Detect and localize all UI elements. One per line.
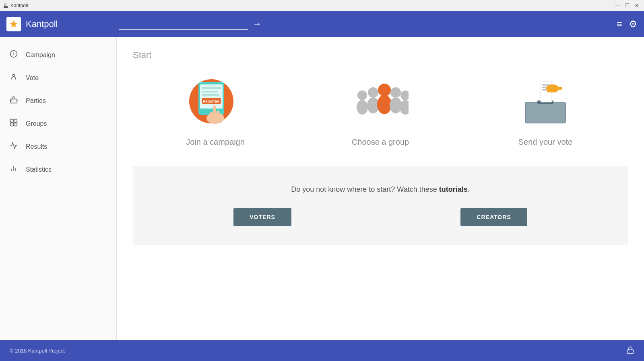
choose-group-label: Choose a group bbox=[352, 137, 409, 147]
svg-text:REGISTER: REGISTER bbox=[203, 100, 220, 103]
brand-name: Kantpoll bbox=[26, 19, 58, 29]
footer-copyright: © 2018 Kantpoll Project bbox=[10, 348, 65, 354]
results-icon bbox=[10, 142, 18, 152]
sidebar-label-vote: Vote bbox=[26, 74, 39, 82]
tutorial-text-suffix: . bbox=[468, 185, 470, 193]
sidebar-label-campaign: Campaign bbox=[26, 51, 55, 59]
svg-rect-8 bbox=[10, 119, 14, 123]
svg-rect-38 bbox=[525, 102, 566, 123]
sidebar-item-groups[interactable]: Groups bbox=[0, 112, 116, 135]
page-title: Start bbox=[133, 50, 628, 60]
svg-rect-18 bbox=[202, 87, 221, 89]
svg-marker-0 bbox=[10, 20, 18, 28]
title-bar-left: 🗳 Kantpoll bbox=[3, 3, 28, 8]
content-area: Start bbox=[117, 37, 644, 340]
send-vote-label: Send your vote bbox=[518, 137, 573, 147]
header-right: ≡ ⚙ bbox=[617, 18, 638, 30]
header: Kantpoll → ≡ ⚙ bbox=[0, 11, 644, 37]
search-arrow-icon[interactable]: → bbox=[253, 19, 262, 29]
sidebar-item-vote[interactable]: Vote bbox=[0, 66, 116, 89]
sidebar-item-statistics[interactable]: Statistics bbox=[0, 158, 116, 181]
header-search-area: → bbox=[119, 18, 617, 30]
svg-point-28 bbox=[357, 90, 367, 100]
groups-icon bbox=[10, 119, 18, 129]
svg-rect-46 bbox=[550, 84, 553, 92]
header-brand: Kantpoll bbox=[6, 17, 119, 31]
join-campaign-illustration: REGISTER bbox=[187, 73, 244, 129]
svg-rect-20 bbox=[202, 94, 219, 96]
app-title-icon: 🗳 bbox=[3, 3, 8, 8]
tutorial-buttons: VOTERS CREATORS bbox=[149, 208, 612, 226]
tutorial-text: Do you not know where to start? Watch th… bbox=[149, 185, 612, 194]
settings-icon[interactable]: ⚙ bbox=[629, 18, 638, 30]
header-logo bbox=[6, 17, 21, 31]
choose-group-illustration bbox=[352, 73, 409, 129]
app-title: Kantpoll bbox=[10, 3, 28, 8]
vote-icon bbox=[10, 73, 18, 83]
sidebar-label-parties: Parties bbox=[26, 97, 46, 105]
sidebar-label-results: Results bbox=[26, 143, 47, 150]
info-icon: i bbox=[10, 50, 18, 60]
maximize-button[interactable]: ❐ bbox=[623, 2, 631, 10]
svg-rect-48 bbox=[547, 86, 550, 92]
svg-point-35 bbox=[390, 97, 402, 113]
menu-icon[interactable]: ≡ bbox=[617, 18, 622, 30]
main-body: i Campaign Vote bbox=[0, 37, 644, 340]
sidebar-label-groups: Groups bbox=[26, 120, 47, 127]
vote-icon-area bbox=[517, 73, 574, 129]
close-button[interactable]: ✕ bbox=[633, 2, 641, 10]
statistics-icon bbox=[10, 164, 18, 174]
svg-point-34 bbox=[390, 87, 401, 98]
svg-rect-11 bbox=[14, 123, 17, 126]
svg-rect-25 bbox=[217, 111, 219, 118]
sidebar-item-campaign[interactable]: i Campaign bbox=[0, 43, 116, 66]
creators-button[interactable]: CREATORS bbox=[460, 208, 527, 226]
search-input[interactable] bbox=[119, 18, 248, 30]
steps-row: REGISTER Join a campaign bbox=[133, 73, 628, 147]
footer: © 2018 Kantpoll Project bbox=[0, 340, 644, 361]
svg-rect-19 bbox=[202, 91, 218, 92]
svg-point-29 bbox=[357, 100, 368, 115]
parties-icon bbox=[10, 96, 18, 106]
sidebar-item-parties[interactable]: Parties bbox=[0, 89, 116, 112]
tutorial-text-link: tutorials bbox=[439, 185, 468, 193]
join-icon-area: REGISTER bbox=[187, 73, 244, 129]
title-bar-controls: — ❐ ✕ bbox=[613, 2, 641, 10]
svg-rect-9 bbox=[14, 119, 17, 123]
tutorial-text-prefix: Do you not know where to start? Watch th… bbox=[291, 185, 439, 193]
app-container: Kantpoll → ≡ ⚙ i Campaign Vote bbox=[0, 11, 644, 361]
svg-point-3 bbox=[13, 74, 15, 76]
svg-text:i: i bbox=[13, 51, 14, 56]
step-send-vote: Send your vote bbox=[489, 73, 602, 147]
svg-point-32 bbox=[378, 84, 391, 96]
svg-rect-4 bbox=[10, 99, 17, 103]
svg-point-36 bbox=[400, 90, 409, 100]
send-vote-illustration bbox=[517, 73, 574, 129]
sidebar-label-statistics: Statistics bbox=[26, 166, 52, 173]
join-campaign-label: Join a campaign bbox=[186, 137, 245, 147]
svg-rect-50 bbox=[627, 350, 634, 353]
svg-rect-47 bbox=[554, 85, 557, 92]
title-bar: 🗳 Kantpoll — ❐ ✕ bbox=[0, 0, 644, 11]
svg-point-33 bbox=[377, 95, 392, 114]
svg-rect-26 bbox=[210, 112, 213, 118]
logo-icon bbox=[9, 19, 19, 29]
svg-rect-49 bbox=[557, 87, 562, 90]
svg-rect-27 bbox=[213, 105, 216, 113]
svg-rect-10 bbox=[10, 123, 14, 126]
voters-button[interactable]: VOTERS bbox=[233, 208, 291, 226]
svg-point-30 bbox=[368, 87, 378, 98]
sidebar: i Campaign Vote bbox=[0, 37, 117, 340]
lock-icon bbox=[626, 346, 634, 355]
sidebar-item-results[interactable]: Results bbox=[0, 135, 116, 158]
group-icon-area bbox=[352, 73, 409, 129]
step-join-campaign: REGISTER Join a campaign bbox=[159, 73, 272, 147]
minimize-button[interactable]: — bbox=[613, 2, 621, 10]
step-choose-group: Choose a group bbox=[324, 73, 437, 147]
tutorial-box: Do you not know where to start? Watch th… bbox=[133, 166, 628, 245]
